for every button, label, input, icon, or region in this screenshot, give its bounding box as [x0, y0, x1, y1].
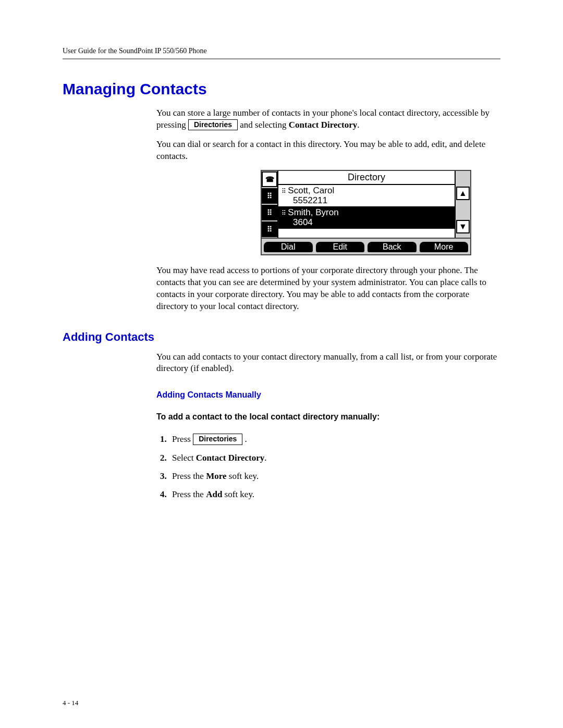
directories-key-icon: Directories	[188, 119, 238, 130]
screen-left-icons: ☎ ⠿ ⠿ ⠿	[262, 171, 277, 238]
paragraph-intro: You can store a large number of contacts…	[156, 107, 500, 131]
screen-scroll-arrows: ▲ ▼	[456, 171, 470, 238]
line-icon: ⠿	[262, 188, 277, 204]
text: .	[264, 453, 266, 463]
softkey-edit: Edit	[316, 242, 365, 252]
instruction-heading: To add a contact to the local contact di…	[156, 412, 500, 422]
heading-managing-contacts: Managing Contacts	[63, 80, 500, 98]
contact-row: Scott, Carol 5552211	[278, 185, 455, 207]
contact-name: Scott, Carol	[282, 186, 451, 196]
paragraph-corporate-dir: You may have read access to portions of …	[156, 265, 500, 313]
text: .	[357, 120, 359, 130]
text: Press the	[172, 471, 206, 481]
line-icon: ⠿	[262, 205, 277, 220]
text-bold: More	[206, 471, 226, 481]
arrow-down-icon: ▼	[456, 220, 470, 233]
heading-adding-contacts: Adding Contacts	[63, 330, 500, 344]
text: Press	[172, 434, 193, 444]
text-bold: Contact Directory	[289, 120, 357, 130]
contact-number: 5552211	[282, 195, 451, 206]
line-icon: ⠿	[262, 221, 277, 237]
screen-title: Directory	[278, 171, 455, 185]
contact-number: 3604	[282, 217, 451, 228]
body-section-2: You can add contacts to your contact dir…	[156, 351, 500, 502]
phone-screen-illustration: ☎ ⠿ ⠿ ⠿ Directory Scott, Carol 5552211 S…	[261, 170, 471, 255]
body-section-1: You can store a large number of contacts…	[156, 107, 500, 313]
document-page: User Guide for the SoundPoint IP 550/560…	[0, 0, 563, 728]
paragraph-dial-search: You can dial or search for a contact in …	[156, 139, 500, 163]
text-bold: Add	[206, 489, 222, 499]
heading-adding-manually: Adding Contacts Manually	[156, 390, 500, 400]
text: Select	[172, 453, 196, 463]
step-4: Press the Add soft key.	[169, 487, 500, 501]
text: Press the	[172, 489, 206, 499]
softkey-row: Dial Edit Back More	[262, 238, 470, 254]
page-header: User Guide for the SoundPoint IP 550/560…	[63, 47, 500, 59]
softkey-dial: Dial	[264, 242, 313, 252]
step-2: Select Contact Directory.	[169, 451, 500, 465]
arrow-up-icon: ▲	[456, 187, 470, 200]
contact-row-selected: Smith, Byron 3604	[278, 207, 455, 229]
paragraph-add-intro: You can add contacts to your contact dir…	[156, 351, 500, 375]
softkey-more: More	[420, 242, 469, 252]
step-1: Press Directories .	[169, 432, 500, 446]
text: soft key.	[222, 489, 254, 499]
contact-name: Smith, Byron	[282, 207, 451, 218]
text: soft key.	[227, 471, 259, 481]
text-bold: Contact Directory	[196, 453, 264, 463]
handset-icon: ☎	[262, 171, 277, 187]
directories-key-icon: Directories	[193, 434, 242, 445]
page-number: 4 - 14	[63, 699, 78, 707]
steps-list: Press Directories . Select Contact Direc…	[156, 432, 500, 501]
text: and selecting	[240, 120, 288, 130]
softkey-back: Back	[368, 242, 417, 252]
step-3: Press the More soft key.	[169, 469, 500, 483]
text: .	[245, 434, 247, 444]
